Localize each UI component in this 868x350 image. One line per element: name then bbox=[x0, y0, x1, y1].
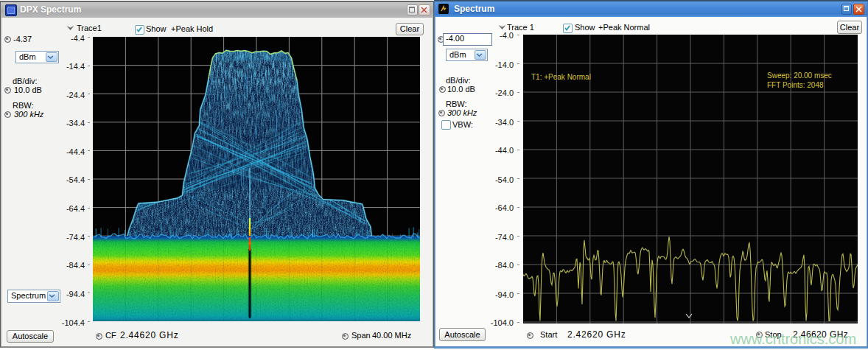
svg-text:T1: +Peak Normal: T1: +Peak Normal bbox=[531, 73, 591, 81]
svg-text:FFT Points: 2048: FFT Points: 2048 bbox=[767, 81, 824, 89]
svg-text:Sweep: 20.00 msec: Sweep: 20.00 msec bbox=[767, 71, 832, 80]
